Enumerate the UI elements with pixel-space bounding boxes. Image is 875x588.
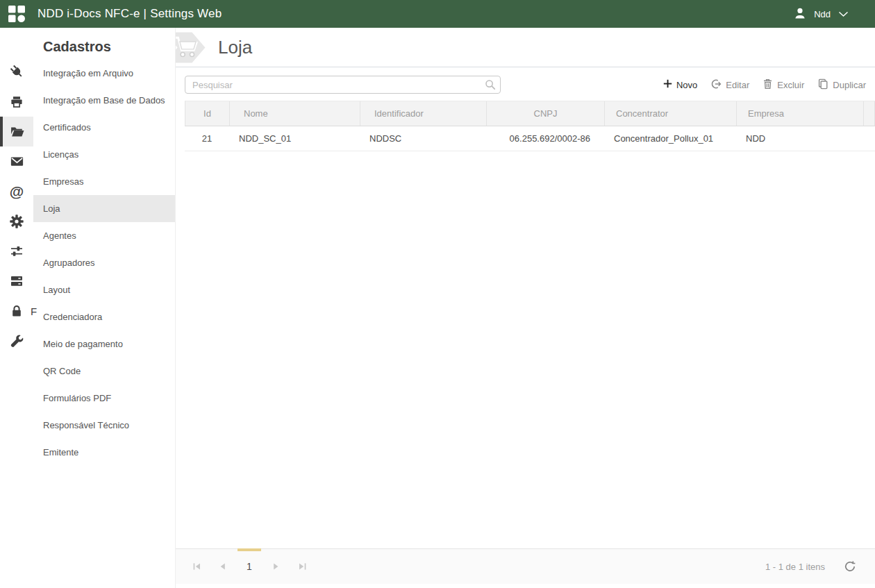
column-header-id[interactable]: Id — [185, 101, 230, 126]
cell-identificador: NDDSC — [360, 133, 486, 144]
app-window: NDD i-Docs NFC-e | Settings Web Ndd — [0, 0, 875, 588]
user-name: Ndd — [814, 9, 831, 19]
first-page-icon — [192, 562, 201, 571]
printer-icon — [10, 95, 24, 109]
user-icon — [794, 7, 806, 22]
column-header-spacer — [864, 101, 875, 126]
icon-rail: @ — [0, 28, 33, 588]
pager: 1 1 - 1 de 1 itens — [176, 548, 875, 584]
cart-icon — [176, 29, 212, 67]
plus-icon — [663, 79, 672, 90]
gear-icon — [10, 215, 24, 228]
edit-icon — [710, 78, 722, 92]
next-page-button[interactable] — [262, 549, 289, 584]
rail-item-servers[interactable] — [0, 266, 33, 296]
rail-item-printing[interactable] — [0, 87, 33, 117]
cell-id: 21 — [185, 133, 229, 144]
sidebar-item-empresas[interactable]: Empresas — [33, 168, 175, 195]
new-button-label: Novo — [676, 80, 697, 90]
previous-page-icon — [219, 562, 227, 571]
refresh-icon — [844, 560, 856, 573]
copy-icon — [817, 78, 828, 92]
cell-empresa: NDD — [736, 133, 863, 144]
trash-icon — [762, 78, 773, 92]
rail-item-cadastros[interactable] — [0, 117, 33, 146]
sidebar-heading: Cadastros — [33, 28, 175, 56]
delete-button-label: Excluir — [777, 80, 804, 90]
cell-concentrator: Concentrador_Pollux_01 — [604, 133, 736, 144]
column-header-cnpj[interactable]: CNPJ — [487, 101, 605, 126]
search-box — [185, 76, 501, 94]
cell-cnpj: 06.255.692/0002-86 — [486, 133, 604, 144]
folder-open-icon — [10, 124, 24, 139]
sliders-icon — [10, 244, 24, 258]
sidebar-item-certificados[interactable]: Certificados — [33, 114, 175, 141]
current-page-label: 1 — [247, 561, 252, 572]
chevron-down-icon — [838, 9, 849, 19]
data-grid: Id Nome Identificador CNPJ Concentrator … — [185, 101, 875, 151]
duplicate-button[interactable]: Duplicar — [817, 78, 866, 92]
next-page-icon — [272, 562, 280, 571]
page-header: Loja — [176, 28, 875, 67]
sidebar-item-meio-pagamento[interactable]: Meio de pagamento — [33, 330, 175, 358]
column-header-identificador[interactable]: Identificador — [360, 101, 487, 126]
user-menu[interactable]: Ndd — [794, 7, 849, 22]
cell-nome: NDD_SC_01 — [229, 133, 360, 144]
sidebar-item-credenciadora[interactable]: Credenciadora — [33, 303, 175, 330]
rail-item-settings[interactable] — [0, 206, 33, 236]
sidebar-item-responsavel-tecnico[interactable]: Responsável Técnico — [33, 412, 175, 439]
sidebar-item-integracao-base-dados[interactable]: Integração em Base de Dados — [33, 87, 175, 114]
duplicate-button-label: Duplicar — [833, 80, 866, 90]
rail-item-mail[interactable] — [0, 146, 33, 176]
lock-icon — [10, 304, 24, 318]
rail-item-security[interactable] — [0, 296, 33, 326]
at-sign-icon: @ — [10, 184, 24, 199]
rail-item-email-settings[interactable]: @ — [0, 176, 33, 206]
rail-item-integrations[interactable] — [0, 57, 33, 87]
page-number-1[interactable]: 1 — [236, 549, 262, 584]
previous-page-button[interactable] — [210, 549, 236, 584]
rail-item-tools[interactable] — [0, 326, 33, 355]
sidebar-cadastros: Cadastros Integração em Arquivo Integraç… — [33, 28, 175, 588]
column-header-concentrator[interactable]: Concentrator — [605, 101, 737, 126]
sidebar-item-agrupadores[interactable]: Agrupadores — [33, 249, 175, 276]
pager-right: 1 - 1 de 1 itens — [765, 560, 875, 573]
page-title: Loja — [218, 37, 252, 58]
toolbar: Novo Editar — [185, 76, 866, 94]
delete-button[interactable]: Excluir — [762, 78, 804, 92]
sidebar-item-qr-code[interactable]: QR Code — [33, 358, 175, 385]
table-row[interactable]: 21 NDD_SC_01 NDDSC 06.255.692/0002-86 Co… — [185, 126, 875, 151]
sidebar-item-integracao-arquivo[interactable]: Integração em Arquivo — [33, 60, 175, 87]
sidebar-item-layout[interactable]: Layout — [33, 276, 175, 303]
sidebar-item-loja[interactable]: Loja — [33, 195, 175, 222]
wrench-icon — [10, 334, 24, 348]
edit-button-label: Editar — [726, 80, 749, 90]
column-header-nome[interactable]: Nome — [230, 101, 360, 126]
pager-info: 1 - 1 de 1 itens — [765, 562, 825, 572]
rail-item-parameters[interactable] — [0, 236, 33, 266]
stray-text: F — [31, 305, 37, 317]
app-title: NDD i-Docs NFC-e | Settings Web — [38, 7, 222, 21]
sidebar-item-formularios-pdf[interactable]: Formulários PDF — [33, 385, 175, 412]
sidebar-item-emitente[interactable]: Emitente — [33, 439, 175, 466]
refresh-button[interactable] — [844, 560, 856, 573]
search-input[interactable] — [185, 76, 501, 94]
new-button[interactable]: Novo — [663, 79, 697, 90]
sidebar-item-licencas[interactable]: Licenças — [33, 141, 175, 168]
stack-icon — [10, 274, 24, 288]
column-header-empresa[interactable]: Empresa — [737, 101, 864, 126]
grid-header-row: Id Nome Identificador CNPJ Concentrator … — [185, 101, 875, 126]
envelope-icon — [10, 154, 24, 169]
app-logo-icon — [8, 5, 26, 23]
last-page-button[interactable] — [289, 549, 315, 584]
sidebar-item-agentes[interactable]: Agentes — [33, 222, 175, 249]
search-icon — [485, 79, 496, 93]
edit-button[interactable]: Editar — [710, 78, 749, 92]
last-page-icon — [298, 562, 307, 571]
toolbar-buttons: Novo Editar — [663, 78, 866, 92]
first-page-button[interactable] — [183, 549, 210, 584]
topbar: NDD i-Docs NFC-e | Settings Web Ndd — [0, 0, 875, 28]
plug-icon — [10, 65, 24, 79]
main-content: Loja — [175, 28, 875, 588]
